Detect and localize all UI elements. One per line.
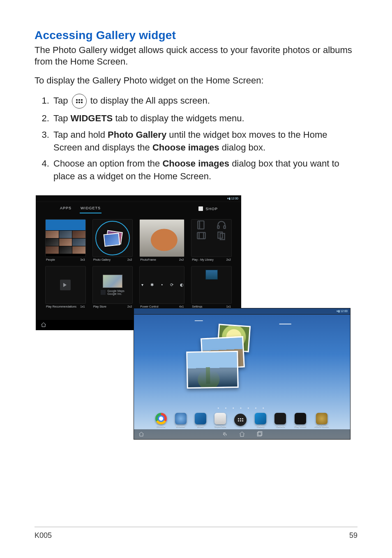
figure-screenshots: ▾▮ 12:00 APPS WIDGETS SHOP People3x3: [36, 195, 356, 442]
nav-home-center-icon[interactable]: [239, 431, 245, 438]
widget-label: Power Control: [140, 305, 158, 308]
widget-power-control[interactable]: ▾ ✱ • ⟳ ◐ Power Control4x1: [139, 266, 184, 308]
intro-paragraph: The Photo Gallery widget allows quick ac…: [35, 44, 357, 67]
dock-label: Chrome: [157, 425, 165, 428]
widget-size: 4x1: [179, 305, 184, 308]
status-time: 12:00: [340, 310, 348, 313]
shop-bag-icon: [198, 206, 203, 211]
shop-label: SHOP: [205, 207, 218, 211]
widget-label: People: [46, 258, 55, 261]
dock-gallery[interactable]: Gallery: [255, 413, 266, 428]
widget-settings[interactable]: Settings1x1: [191, 266, 232, 308]
svg-rect-2: [224, 226, 225, 229]
home-screen: ▾▮ 12:00 • • • • • • • Chrome Browser Em…: [134, 308, 350, 440]
email-icon: [195, 413, 206, 424]
play-icon: [101, 290, 106, 295]
svg-rect-3: [198, 232, 206, 238]
step-bold: Choose images: [152, 142, 219, 153]
dock-label: Play Music: [294, 425, 306, 428]
camera-icon: [274, 413, 286, 424]
step-text: Choose an option from the: [53, 158, 162, 169]
widget-photo-gallery[interactable]: Photo Gallery2x2: [92, 219, 133, 261]
widget-size: 2x2: [226, 258, 231, 261]
chrome-icon: [155, 413, 167, 424]
featured-app: Google Maps: [107, 289, 125, 292]
dock-asus-studio[interactable]: ASUS Studio: [314, 413, 329, 428]
nav-home-icon[interactable]: [138, 431, 145, 438]
step-1: Tap to display the All apps screen.: [52, 94, 357, 109]
nav-back-icon[interactable]: [221, 431, 228, 438]
dock-supernote[interactable]: SuperNote: [214, 413, 226, 428]
widget-label: Play - My Library: [192, 258, 214, 261]
gallery-icon: [255, 413, 266, 424]
widget-label: Photo Gallery: [93, 258, 111, 261]
section-heading: Accessing Gallery widget: [35, 29, 357, 42]
step-text: Tap: [53, 113, 71, 123]
widget-label: Play Recommendations: [46, 305, 76, 308]
nav-bar: [134, 429, 350, 439]
dock: Chrome Browser Email SuperNote Gallery C…: [134, 411, 350, 429]
all-apps-icon: [234, 414, 247, 426]
widget-size: 3x3: [80, 258, 85, 261]
svg-rect-1: [217, 226, 219, 229]
status-bar: ▾▮ 12:00: [134, 308, 350, 315]
dock-label: Email: [197, 425, 203, 428]
widget-label: Settings: [192, 305, 202, 308]
step-2: Tap WIDGETS tab to display the widgets m…: [52, 112, 357, 125]
sync-toggle-icon: ⟳: [169, 282, 174, 287]
step-3: Tap and hold Photo Gallery until the wid…: [52, 128, 357, 154]
nav-recent-icon[interactable]: [256, 431, 263, 438]
featured-publisher: Google Inc.: [107, 292, 125, 295]
step-text: to display the All apps screen.: [90, 95, 210, 106]
status-time: 12:00: [231, 197, 238, 200]
tab-apps[interactable]: APPS: [59, 204, 72, 213]
steps-list: Tap to display the All apps screen. Tap …: [35, 94, 357, 183]
dock-browser[interactable]: Browser: [175, 413, 187, 428]
dock-label: SuperNote: [214, 425, 226, 428]
dock-email[interactable]: Email: [195, 413, 206, 428]
studio-icon: [316, 413, 327, 424]
widget-size: 2x2: [179, 258, 184, 261]
maps-thumbnail: [103, 275, 122, 288]
step-bold: Photo Gallery: [108, 130, 166, 140]
dock-label: ASUS Studio: [314, 425, 329, 428]
dock-all-apps[interactable]: [234, 414, 247, 427]
magazines-icon: [216, 230, 227, 241]
dock-camera[interactable]: Camera: [274, 413, 286, 428]
settings-panel-icon: [205, 270, 218, 280]
tab-widgets[interactable]: WIDGETS: [80, 204, 101, 213]
widget-size: 2x2: [127, 258, 132, 261]
widget-size: 1x1: [80, 305, 85, 308]
dock-chrome[interactable]: Chrome: [155, 413, 167, 428]
dock-label: Camera: [276, 425, 285, 428]
page-indicator: • • • • • • •: [134, 406, 350, 410]
widget-play-store[interactable]: Google Maps Google Inc. Play Store2x2: [92, 266, 133, 308]
widget-play-recommendations[interactable]: Play Recommendations1x1: [45, 266, 86, 308]
shop-button[interactable]: SHOP: [198, 206, 218, 211]
step-text: Tap: [53, 95, 71, 106]
step-text: dialog box.: [222, 142, 265, 153]
nav-home-icon[interactable]: [40, 322, 47, 328]
brightness-toggle-icon: ◐: [179, 282, 184, 287]
headphones-icon: [216, 220, 227, 230]
svg-rect-7: [258, 431, 262, 435]
step-bold: Choose images: [162, 158, 229, 169]
wifi-icon: ▾▮: [227, 197, 231, 200]
widget-size: 2x2: [127, 305, 132, 308]
widget-size: 1x1: [226, 305, 231, 308]
dock-label: Gallery: [257, 425, 265, 428]
widget-people[interactable]: People3x3: [45, 219, 86, 261]
dock-play-music[interactable]: Play Music: [294, 413, 306, 428]
wifi-toggle-icon: ▾: [140, 282, 145, 287]
status-bar: ▾▮ 12:00: [36, 196, 241, 202]
widget-label: PhotoFrame: [140, 258, 156, 261]
widget-photoframe[interactable]: PhotoFrame2x2: [139, 219, 184, 261]
gps-toggle-icon: •: [159, 282, 164, 287]
wifi-icon: ▾▮: [337, 310, 340, 313]
photo-gallery-widget[interactable]: [182, 325, 252, 387]
globe-icon: [175, 413, 187, 424]
widget-play-my-library[interactable]: Play - My Library2x2: [191, 219, 232, 261]
step-4: Choose an option from the Choose images …: [52, 157, 357, 183]
widget-label: Play Store: [93, 305, 106, 308]
footer-page-number: 59: [349, 531, 357, 540]
